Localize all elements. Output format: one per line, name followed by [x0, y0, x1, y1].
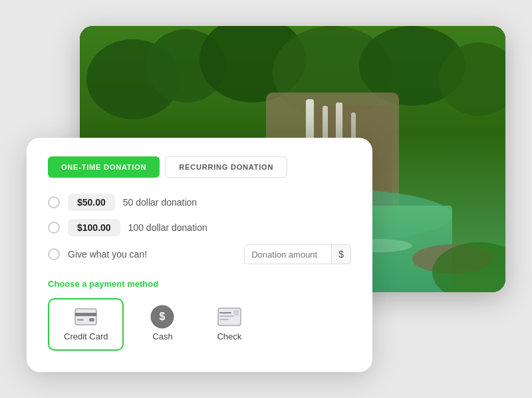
donation-card: ONE-TIME DONATION RECURRING DONATION $50…: [27, 138, 372, 372]
payment-cash[interactable]: $ Cash: [134, 298, 190, 351]
cash-label: Cash: [152, 331, 172, 341]
custom-label: Give what you can!: [68, 249, 147, 260]
credit-card-icon: [74, 307, 98, 326]
amount-badge-100: $100.00: [68, 219, 120, 236]
radio-100[interactable]: [48, 222, 60, 234]
donation-option-50: $50.00 50 dollar donation: [48, 194, 351, 211]
donation-tabs: ONE-TIME DONATION RECURRING DONATION: [48, 156, 351, 178]
recurring-tab[interactable]: RECURRING DONATION: [165, 156, 287, 178]
radio-50[interactable]: [48, 196, 60, 208]
scene: Contribute to the reforestation of the A…: [27, 26, 505, 372]
donation-options: $50.00 50 dollar donation $100.00 100 do…: [48, 194, 351, 264]
option-label-50: 50 dollar donation: [123, 197, 197, 208]
payment-methods: Credit Card $ Cash: [48, 298, 351, 351]
donation-option-custom: Give what you can! $: [48, 244, 351, 264]
amount-badge-50: $50.00: [68, 194, 115, 211]
svg-rect-21: [75, 309, 96, 325]
payment-check[interactable]: Check: [201, 298, 257, 351]
svg-rect-22: [75, 313, 96, 316]
credit-card-label: Credit Card: [64, 331, 108, 341]
one-time-tab[interactable]: ONE-TIME DONATION: [48, 156, 160, 178]
payment-section-label: Choose a payment method: [48, 279, 351, 289]
option-label-100: 100 dollar donation: [128, 222, 207, 233]
check-label: Check: [217, 331, 241, 341]
donation-amount-input[interactable]: [245, 246, 331, 264]
cash-icon: $: [150, 307, 174, 326]
radio-custom[interactable]: [48, 248, 60, 260]
payment-credit-card[interactable]: Credit Card: [48, 298, 124, 351]
check-icon: [217, 307, 241, 326]
svg-text:$: $: [160, 311, 166, 322]
amount-input-wrap: $: [244, 244, 351, 264]
donation-option-100: $100.00 100 dollar donation: [48, 219, 351, 236]
svg-rect-31: [233, 310, 239, 315]
svg-rect-23: [77, 319, 84, 321]
currency-symbol: $: [331, 245, 350, 264]
svg-rect-24: [89, 318, 94, 321]
